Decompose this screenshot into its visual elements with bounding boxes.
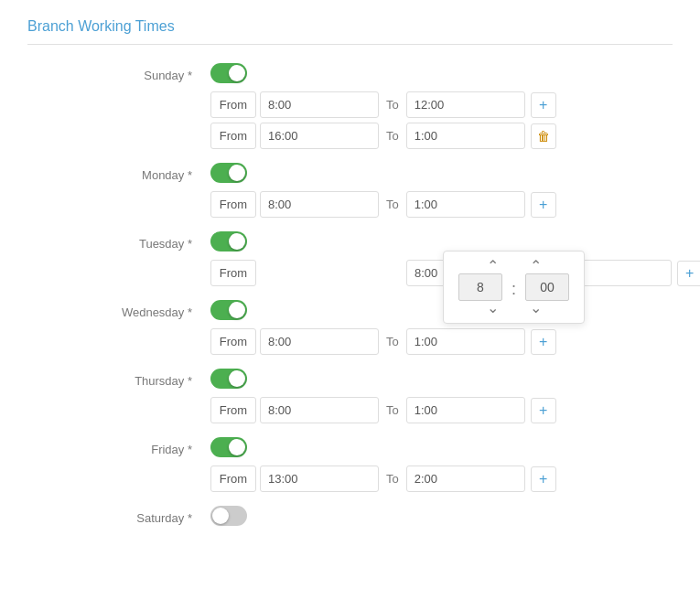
sunday-header-row: Sunday * From To + From To 🗑 (27, 63, 673, 154)
saturday-header-row: Saturday * (27, 506, 673, 534)
friday-to-label: To (386, 472, 399, 486)
friday-label: Friday * (27, 437, 210, 456)
monday-to-1[interactable] (406, 191, 525, 218)
friday-content: From To + (210, 437, 673, 497)
saturday-content (210, 506, 673, 534)
monday-toggle[interactable] (210, 163, 247, 183)
min-up-arrow[interactable]: ⌃ (530, 259, 542, 273)
thursday-header-row: Thursday * From To + (27, 369, 673, 428)
monday-from-1[interactable] (260, 191, 379, 218)
sunday-content: From To + From To 🗑 (210, 63, 673, 154)
monday-add-1[interactable]: + (531, 192, 556, 218)
picker-arrows-up: ⌃ ⌃ (487, 259, 542, 273)
day-section-saturday: Saturday * (27, 506, 673, 534)
picker-arrows-down: ⌄ ⌄ (487, 301, 542, 316)
wednesday-from-label: From (210, 328, 256, 355)
saturday-toggle[interactable] (210, 506, 247, 526)
wednesday-from-1[interactable] (260, 328, 379, 355)
sunday-delete-2[interactable]: 🗑 (531, 123, 556, 149)
monday-content: From To + (210, 163, 673, 222)
tuesday-slot-1: From ⌃ ⌃ (210, 260, 700, 286)
thursday-toggle[interactable] (210, 369, 247, 389)
day-section-tuesday: Tuesday * From ⌃ ⌃ (27, 231, 673, 291)
sunday-from-1[interactable] (260, 91, 379, 118)
wednesday-add-1[interactable]: + (531, 329, 556, 355)
wednesday-to-1[interactable] (406, 328, 525, 355)
sunday-to-1[interactable] (406, 91, 525, 118)
friday-add-1[interactable]: + (531, 466, 556, 492)
monday-from-label: From (210, 191, 256, 218)
min-value: 00 (525, 273, 569, 301)
thursday-from-1[interactable] (260, 397, 379, 423)
thursday-slot-1: From To + (210, 397, 673, 423)
friday-header-row: Friday * From To + (27, 437, 673, 497)
hour-down-col: ⌄ (487, 301, 499, 316)
sunday-add-1[interactable]: + (531, 92, 556, 118)
friday-toggle[interactable] (210, 437, 247, 457)
min-down-arrow[interactable]: ⌄ (530, 301, 542, 316)
thursday-label: Thursday * (27, 369, 210, 388)
wednesday-slot-1: From To + (210, 328, 673, 355)
sunday-slot-2: From To 🗑 (210, 123, 673, 149)
min-up-col: ⌃ (530, 259, 542, 273)
thursday-to-label: To (386, 403, 399, 417)
monday-slot-1: From To + (210, 191, 673, 218)
from-label-2: From (210, 123, 256, 149)
thursday-to-1[interactable] (406, 397, 525, 423)
tuesday-content: From ⌃ ⌃ (210, 231, 700, 291)
to-label-2: To (386, 129, 399, 143)
friday-from-1[interactable] (260, 466, 379, 492)
min-value-col: 00 (525, 273, 569, 301)
tuesday-add-1[interactable]: + (677, 261, 700, 286)
tuesday-header-row: Tuesday * From ⌃ ⌃ (27, 231, 673, 291)
tuesday-from-label: From (210, 260, 256, 286)
monday-header-row: Monday * From To + (27, 163, 673, 222)
hour-value-col: 8 (458, 273, 502, 301)
wednesday-to-label: To (386, 335, 399, 348)
picker-values-row: 8 : 00 (458, 273, 569, 301)
friday-from-label: From (210, 466, 256, 492)
to-label: To (386, 98, 399, 112)
hour-up-arrow[interactable]: ⌃ (487, 259, 499, 273)
hour-up-col: ⌃ (487, 259, 499, 273)
day-section-thursday: Thursday * From To + (27, 369, 673, 428)
monday-label: Monday * (27, 163, 210, 182)
time-picker-popup: ⌃ ⌃ 8 : (443, 251, 585, 324)
saturday-label: Saturday * (27, 506, 210, 525)
sunday-to-2[interactable] (406, 123, 525, 149)
min-down-col: ⌄ (530, 301, 542, 316)
wednesday-label: Wednesday * (27, 300, 210, 319)
tuesday-toggle[interactable] (210, 231, 247, 251)
friday-slot-1: From To + (210, 466, 673, 492)
friday-to-1[interactable] (406, 466, 525, 492)
sunday-from-2[interactable] (260, 123, 379, 149)
wednesday-content: From To + (210, 300, 673, 359)
divider (27, 44, 673, 45)
day-section-sunday: Sunday * From To + From To 🗑 (27, 63, 673, 154)
picker-colon: : (512, 280, 516, 299)
day-section-monday: Monday * From To + (27, 163, 673, 222)
sunday-toggle[interactable] (210, 63, 247, 83)
wednesday-toggle[interactable] (210, 300, 247, 320)
monday-to-label: To (386, 198, 399, 211)
thursday-from-label: From (210, 397, 256, 423)
thursday-content: From To + (210, 369, 673, 428)
hour-down-arrow[interactable]: ⌄ (487, 301, 499, 316)
page-title: Branch Working Times (27, 18, 673, 35)
hour-value: 8 (458, 273, 502, 301)
thursday-add-1[interactable]: + (531, 398, 556, 423)
sunday-slot-1: From To + (210, 91, 673, 118)
day-section-friday: Friday * From To + (27, 437, 673, 497)
sunday-label: Sunday * (27, 63, 210, 82)
tuesday-label: Tuesday * (27, 231, 210, 251)
from-label: From (210, 91, 256, 118)
page-container: Branch Working Times Sunday * From To + … (0, 0, 700, 610)
